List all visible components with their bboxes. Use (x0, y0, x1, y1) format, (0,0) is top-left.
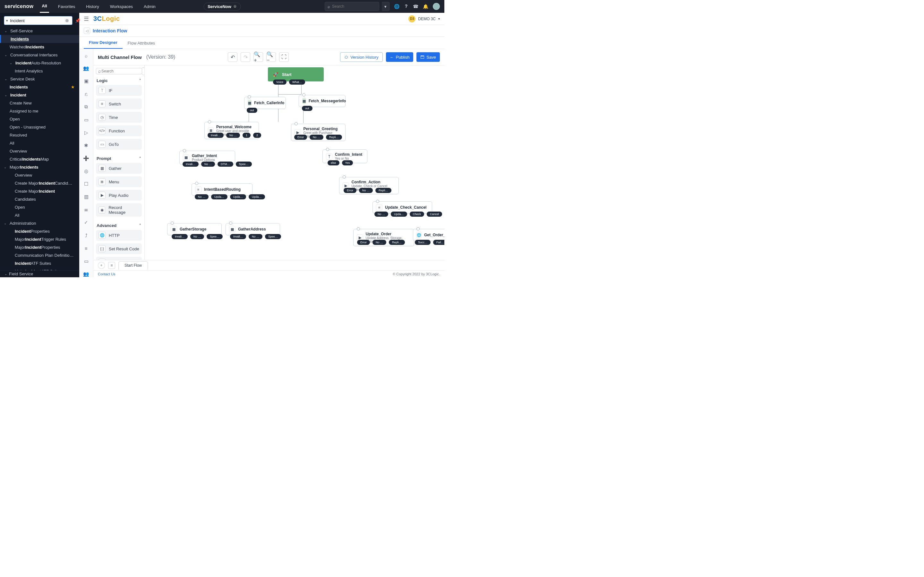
navigator-tree[interactable]: ⌄Self-Service Incidents Watched Incident… (0, 27, 79, 277)
tool-people-icon[interactable]: 👥 (82, 271, 90, 277)
menu-toggle-icon[interactable]: ☰ (84, 15, 89, 23)
nav-link-mi-properties[interactable]: Major Incident Properties (0, 243, 79, 251)
node-fetch-messegerinfo[interactable]: ▦Fetch_MessegerInfo (299, 95, 346, 107)
nav-group-major-incidents[interactable]: ⌄Major Incidents (0, 163, 79, 171)
port-update[interactable]: Upda… (391, 211, 407, 217)
port-invalid[interactable]: Invali… (208, 133, 224, 138)
nav-link-mi-candidates[interactable]: Candidates (0, 195, 79, 203)
version-history-button[interactable]: Version History (340, 52, 383, 62)
node-gather-storage[interactable]: ▦GatherStorage (167, 223, 222, 235)
palette-item-if[interactable]: ᛘIF (96, 85, 142, 96)
palette-search[interactable]: ⌕ (96, 68, 142, 74)
port-out[interactable]: out (302, 106, 312, 111)
port-upd3[interactable]: Upda… (249, 194, 265, 199)
nav-group-field-service[interactable]: ⌄Field Service (0, 270, 79, 277)
nav-link-open-unassigned[interactable]: Open - Unassigned (0, 123, 79, 131)
tool-book-icon[interactable]: ▥ (82, 193, 90, 200)
flow-canvas[interactable]: 🚀 Start Voice What… ▦Fetch_CallerInfo (145, 65, 444, 260)
nav-link-mi-create-candidate[interactable]: Create Major Incident Candid… (0, 179, 79, 187)
favorite-star-icon[interactable]: ★ (71, 85, 75, 89)
port-upd2[interactable]: Upda… (230, 194, 246, 199)
nav-tab-workspaces[interactable]: Workspaces (108, 0, 135, 13)
nav-group-service-desk[interactable]: ⌄Service Desk (0, 75, 79, 83)
tool-run-icon[interactable]: ▷ (82, 129, 90, 136)
navigator-filter-input[interactable] (10, 18, 64, 23)
nav-tab-all[interactable]: All (40, 0, 49, 13)
tool-add-user-icon[interactable]: ➕ (82, 155, 90, 161)
nav-group-incident-auto[interactable]: ⌄Incident Auto-Resolution (0, 59, 79, 67)
port-upd1[interactable]: Upda… (211, 194, 228, 199)
port-dtmf[interactable]: DTM… (218, 161, 233, 167)
nav-link-mi-trigger-rules[interactable]: Major Incident Trigger Rules (0, 235, 79, 243)
nav-link-incidents[interactable]: Incidents (0, 35, 79, 43)
zoom-out-button[interactable]: 🔍− (266, 52, 276, 62)
port-replies[interactable]: Repli… (375, 188, 391, 193)
port-no[interactable]: No … (375, 211, 388, 217)
nav-link-incident-properties[interactable]: Incident Properties (0, 227, 79, 235)
nav-tab-history[interactable]: History (84, 0, 101, 13)
port-replies[interactable]: Repli… (326, 135, 342, 140)
palette-group-logic[interactable]: Logic˄ (97, 78, 141, 83)
undo-button[interactable] (228, 52, 237, 62)
footer-contact-link[interactable]: Contact Us (98, 272, 115, 276)
node-get-order-status[interactable]: 🌐Get_Order_Sta… (413, 229, 444, 241)
palette-search-input[interactable] (102, 69, 145, 73)
tool-sort-icon[interactable]: ≣ (82, 206, 90, 213)
port-no[interactable]: No … (201, 161, 215, 167)
tool-card-icon[interactable]: ▣ (82, 78, 90, 84)
nav-link-mi-all[interactable]: All (0, 211, 79, 219)
port-no[interactable]: No … (359, 188, 373, 193)
subflow-tab[interactable]: Start Flow (118, 261, 148, 269)
nav-link-overview[interactable]: Overview (0, 147, 79, 155)
nav-group-administration[interactable]: ⌄Administration (0, 219, 79, 227)
port-replies[interactable]: Repli… (389, 240, 405, 245)
nav-link-create-new[interactable]: Create New (0, 99, 79, 107)
port-else[interactable]: else (328, 160, 339, 165)
palette-item-function[interactable]: </>Function (96, 125, 142, 136)
port-invalid[interactable]: Invali… (172, 234, 188, 239)
pin-navigator-icon[interactable]: 📌 (75, 18, 80, 23)
port-voice[interactable]: Voice (273, 79, 286, 85)
nav-link-mi-create[interactable]: Create Major Incident (0, 187, 79, 195)
port-speech[interactable]: Spee… (236, 161, 252, 167)
user-avatar[interactable] (433, 3, 440, 10)
port-no[interactable]: No … (190, 234, 204, 239)
tab-list-button[interactable]: ≡ (108, 262, 115, 269)
palette-item-switch[interactable]: ≡Switch (96, 98, 142, 109)
tool-target-icon[interactable]: ◎ (82, 168, 90, 174)
nav-group-incident[interactable]: ⌄Incident (0, 91, 79, 99)
nav-link-assigned-to-me[interactable]: Assigned to me (0, 107, 79, 115)
port-no[interactable]: No … (226, 133, 240, 138)
save-button[interactable]: 🗔Save (417, 52, 440, 62)
global-search[interactable]: ⌕ (325, 2, 379, 11)
port-no[interactable]: No … (195, 194, 208, 199)
navigator-filter[interactable]: ▾ ⊗ (4, 16, 73, 25)
nav-link-critical-map[interactable]: Critical Incidents Map (0, 155, 79, 163)
add-tab-button[interactable]: ＋ (98, 262, 105, 269)
notifications-icon[interactable] (423, 4, 428, 9)
user-menu[interactable]: D3 DEMO 3C ▾ (409, 15, 440, 23)
globe-icon[interactable] (394, 4, 399, 9)
nav-tab-admin[interactable]: Admin (142, 0, 158, 13)
nav-link-mi-overview[interactable]: Overview (0, 171, 79, 179)
tool-check-icon[interactable]: ✓ (82, 219, 90, 226)
palette-item-http[interactable]: 🌐HTTP (96, 230, 142, 241)
palette-item-play-audio[interactable]: ▶Play Audio (96, 190, 142, 201)
port-error[interactable]: Error (357, 240, 370, 245)
nav-group-self-service[interactable]: ⌄Self-Service (0, 27, 79, 35)
zoom-in-button[interactable]: 🔍+ (254, 52, 263, 62)
clear-filter-icon[interactable]: ⊗ (64, 18, 70, 23)
tool-contact-icon[interactable]: ☐ (82, 181, 90, 187)
port-failure[interactable]: Fail… (433, 240, 444, 245)
nav-group-conversational[interactable]: ⌄Conversational Interfaces (0, 51, 79, 59)
fullscreen-button[interactable] (279, 52, 289, 62)
palette-item-set-result[interactable]: {·}Set Result Code (96, 243, 142, 254)
port-1[interactable]: 1 (242, 133, 250, 138)
breadcrumb-link[interactable]: Interaction Flow (93, 28, 127, 33)
tool-id-icon[interactable]: ▭ (82, 117, 90, 123)
help-icon[interactable] (404, 3, 409, 9)
node-palette[interactable]: ‹ ⌕ Logic˄ ᛘIF ≡Switch ◷Time </>Function… (94, 65, 145, 260)
phone-icon[interactable] (413, 4, 418, 9)
node-fetch-callerinfo[interactable]: ▦Fetch_CallerInfo (244, 97, 286, 109)
port-invalid[interactable]: Invali… (230, 234, 246, 239)
